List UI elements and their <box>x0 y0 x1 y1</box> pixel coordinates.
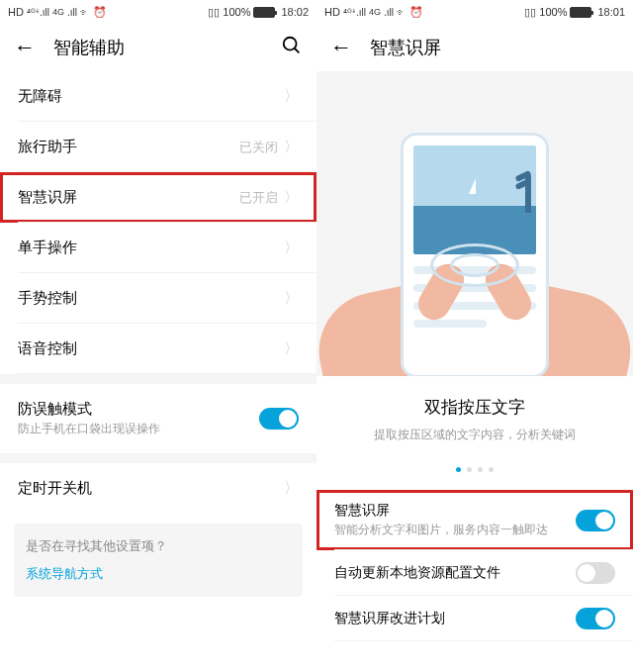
net-icon: 4G <box>369 7 381 17</box>
timer-row[interactable]: 定时开关机 〉 <box>0 463 316 514</box>
status-right: ▯▯ 100% 18:01 <box>524 6 625 19</box>
battery-icon <box>570 7 591 18</box>
battery-text: 100% <box>223 6 250 18</box>
hint-question: 是否在寻找其他设置项？ <box>26 537 291 555</box>
tree-icon <box>525 175 531 213</box>
status-bar: HD ⁴ᴳꜜ.ıll 4G .ıll ᯤ ⏰ ▯▯ 100% 18:01 <box>316 0 633 24</box>
toggle-row[interactable]: 智慧识屏智能分析文字和图片，服务内容一触即达 <box>316 490 633 550</box>
row-label: 智慧识屏 <box>18 188 77 207</box>
list-item[interactable]: 手势控制 〉 <box>0 273 316 324</box>
header: ← 智能辅助 <box>0 24 316 71</box>
hd-badge: HD <box>324 6 340 18</box>
alarm-icon: ⏰ <box>93 6 107 19</box>
dot <box>478 467 483 472</box>
row-label: 自动更新本地资源配置文件 <box>334 564 500 582</box>
section-gap <box>0 453 316 463</box>
vibrate-icon: ▯▯ <box>524 6 536 19</box>
antitouch-toggle[interactable] <box>259 408 299 430</box>
toggle-row[interactable]: 智慧识屏改进计划 <box>316 596 633 641</box>
row-value: 已开启 <box>239 189 278 207</box>
page-title: 智能辅助 <box>53 36 263 59</box>
page-title: 智慧识屏 <box>370 36 619 59</box>
dot <box>467 467 472 472</box>
photo-graphic <box>413 145 536 254</box>
chevron-icon: 〉 <box>284 87 299 106</box>
status-time: 18:02 <box>281 6 309 18</box>
caption-sub: 提取按压区域的文字内容，分析关键词 <box>336 427 613 443</box>
back-icon[interactable]: ← <box>14 35 36 60</box>
list-item[interactable]: 语音控制 〉 <box>0 324 316 374</box>
battery-icon <box>253 7 275 18</box>
status-left: HD ⁴ᴳꜜ.ıll 4G .ıll ᯤ ⏰ <box>324 6 423 19</box>
signal-icon: ⁴ᴳꜜ.ıll <box>343 7 366 18</box>
section-gap <box>0 374 316 384</box>
caption-title: 双指按压文字 <box>336 396 613 419</box>
vibrate-icon: ▯▯ <box>208 6 220 19</box>
back-icon[interactable]: ← <box>330 35 352 60</box>
net-icon: 4G <box>52 7 64 17</box>
illustration <box>316 71 633 376</box>
antitouch-desc: 防止手机在口袋出现误操作 <box>18 421 160 437</box>
chevron-icon: 〉 <box>284 479 299 498</box>
page-indicator[interactable] <box>316 467 633 472</box>
caption: 双指按压文字 提取按压区域的文字内容，分析关键词 <box>316 376 633 453</box>
row-desc: 智能分析文字和图片，服务内容一触即达 <box>334 522 548 538</box>
svg-line-1 <box>295 48 300 52</box>
ripple-icon <box>450 253 499 277</box>
signal2-icon: .ıll <box>67 7 77 18</box>
row-label: 手势控制 <box>18 289 77 308</box>
list-item[interactable]: 单手操作 〉 <box>0 223 316 273</box>
toggle[interactable] <box>576 510 615 531</box>
chevron-icon: 〉 <box>284 239 299 257</box>
row-label: 旅行助手 <box>18 138 77 156</box>
header: ← 智慧识屏 <box>316 24 633 71</box>
alarm-icon: ⏰ <box>409 6 423 19</box>
row-label: 单手操作 <box>18 239 77 257</box>
boat-icon <box>469 178 476 194</box>
list-item[interactable]: 旅行助手 已关闭〉 <box>0 122 316 172</box>
dot <box>489 467 494 472</box>
left-screen: HD ⁴ᴳꜜ.ıll 4G .ıll ᯤ ⏰ ▯▯ 100% 18:02 ← 智… <box>0 0 316 672</box>
chevron-icon: 〉 <box>284 188 299 207</box>
wifi-icon: ᯤ <box>80 7 90 18</box>
status-bar: HD ⁴ᴳꜜ.ıll 4G .ıll ᯤ ⏰ ▯▯ 100% 18:02 <box>0 0 316 24</box>
status-left: HD ⁴ᴳꜜ.ıll 4G .ıll ᯤ ⏰ <box>8 6 107 19</box>
battery-text: 100% <box>539 6 567 18</box>
list-item[interactable]: 无障碍 〉 <box>0 71 316 122</box>
right-screen: HD ⁴ᴳꜜ.ıll 4G .ıll ᯤ ⏰ ▯▯ 100% 18:01 ← 智… <box>316 0 633 672</box>
search-icon[interactable] <box>281 35 303 61</box>
toggle[interactable] <box>576 562 615 584</box>
status-time: 18:01 <box>597 6 625 18</box>
dot-active <box>456 467 461 472</box>
list-item[interactable]: 智慧识屏 已开启〉 <box>0 172 316 223</box>
row-label: 智慧识屏改进计划 <box>334 610 445 627</box>
hint-link[interactable]: 系统导航方式 <box>26 565 291 583</box>
chevron-icon: 〉 <box>284 339 299 358</box>
hint-box: 是否在寻找其他设置项？ 系统导航方式 <box>14 524 303 597</box>
timer-label: 定时开关机 <box>18 479 92 498</box>
row-label: 语音控制 <box>18 339 77 358</box>
toggle-row[interactable]: 自动更新本地资源配置文件 <box>316 550 633 596</box>
row-label: 无障碍 <box>18 87 62 106</box>
antitouch-label: 防误触模式 <box>18 400 160 419</box>
antitouch-row[interactable]: 防误触模式 防止手机在口袋出现误操作 <box>0 384 316 453</box>
chevron-icon: 〉 <box>284 289 299 308</box>
signal-icon: ⁴ᴳꜜ.ıll <box>27 7 49 18</box>
toggle[interactable] <box>576 608 615 629</box>
hd-badge: HD <box>8 6 24 18</box>
wifi-icon: ᯤ <box>397 7 407 18</box>
svg-point-0 <box>284 37 297 49</box>
row-value: 已关闭 <box>239 139 278 156</box>
status-right: ▯▯ 100% 18:02 <box>208 6 309 19</box>
signal2-icon: .ıll <box>384 7 394 18</box>
chevron-icon: 〉 <box>284 138 299 156</box>
row-label: 智慧识屏 <box>334 502 548 520</box>
text-line <box>413 320 487 328</box>
